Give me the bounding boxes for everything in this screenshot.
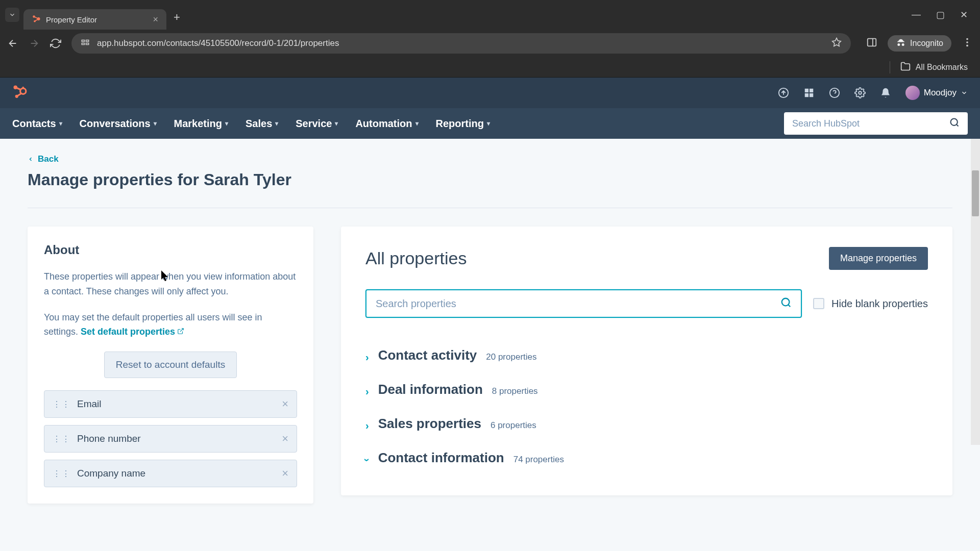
property-label: Company name: [77, 468, 282, 479]
chevron-right-icon: ›: [365, 420, 369, 432]
marketplace-icon[interactable]: [803, 87, 815, 98]
remove-property-icon[interactable]: ×: [282, 397, 288, 411]
property-group[interactable]: › Contact information 74 properties: [365, 441, 928, 475]
close-window-icon[interactable]: ✕: [960, 9, 968, 20]
property-group[interactable]: › Deal information 8 properties: [365, 372, 928, 407]
browser-tab[interactable]: Property Editor ×: [23, 9, 166, 30]
drag-handle-icon[interactable]: ⋮⋮: [53, 469, 71, 479]
user-menu[interactable]: Moodjoy: [905, 86, 968, 100]
help-icon[interactable]: [829, 87, 840, 98]
main-nav: Contacts▾ Conversations▾ Marketing▾ Sale…: [0, 108, 980, 139]
chevron-down-icon: ▾: [225, 120, 228, 127]
svg-point-23: [951, 118, 958, 125]
page-title: Manage properties for Sarah Tyler: [28, 170, 952, 189]
search-icon[interactable]: [949, 117, 960, 130]
separator: [890, 61, 890, 73]
group-name: Sales properties: [378, 416, 481, 432]
notifications-icon[interactable]: [880, 87, 891, 98]
svg-marker-7: [832, 38, 841, 46]
nav-conversations[interactable]: Conversations▾: [80, 118, 157, 130]
app-header: Moodjoy: [0, 78, 980, 108]
nav-marketing[interactable]: Marketing▾: [174, 118, 228, 130]
nav-reporting[interactable]: Reporting▾: [436, 118, 490, 130]
settings-icon[interactable]: [854, 87, 866, 98]
back-icon[interactable]: [7, 38, 18, 49]
nav-automation[interactable]: Automation▾: [355, 118, 418, 130]
incognito-label: Incognito: [910, 39, 943, 48]
search-icon[interactable]: [780, 297, 792, 310]
global-search[interactable]: Search HubSpot: [784, 112, 968, 135]
group-name: Deal information: [378, 382, 483, 397]
property-group[interactable]: › Sales properties 6 properties: [365, 407, 928, 441]
search-properties-input[interactable]: [376, 298, 780, 310]
back-label: Back: [38, 154, 59, 164]
maximize-icon[interactable]: ▢: [936, 9, 945, 20]
svg-rect-8: [868, 39, 876, 46]
svg-line-26: [788, 305, 790, 307]
property-group[interactable]: › Contact activity 20 properties: [365, 338, 928, 372]
svg-point-10: [966, 38, 968, 40]
site-settings-icon[interactable]: [81, 38, 90, 49]
property-item[interactable]: ⋮⋮ Phone number ×: [44, 425, 297, 453]
side-panel-icon[interactable]: [866, 37, 877, 50]
incognito-indicator[interactable]: Incognito: [888, 35, 951, 52]
group-count: 8 properties: [492, 386, 538, 396]
hide-blank-checkbox[interactable]: Hide blank properties: [813, 298, 928, 310]
group-count: 20 properties: [486, 352, 536, 362]
tab-search-button[interactable]: [5, 8, 19, 22]
chevron-right-icon: ›: [365, 352, 369, 363]
upgrade-icon[interactable]: [778, 87, 789, 98]
about-heading: About: [44, 243, 297, 257]
chevron-down-icon: ▾: [275, 120, 278, 127]
hubspot-logo-icon[interactable]: [12, 84, 28, 102]
minimize-icon[interactable]: —: [912, 9, 921, 20]
nav-sales[interactable]: Sales▾: [246, 118, 278, 130]
reload-icon[interactable]: [50, 38, 61, 49]
drag-handle-icon[interactable]: ⋮⋮: [53, 434, 71, 444]
all-properties-title: All properties: [365, 248, 467, 268]
chevron-right-icon: ›: [365, 386, 369, 397]
svg-point-25: [782, 298, 790, 306]
new-tab-button[interactable]: +: [174, 11, 180, 24]
bookmark-star-icon[interactable]: [831, 37, 842, 50]
property-label: Email: [77, 398, 282, 410]
all-bookmarks-link[interactable]: All Bookmarks: [916, 63, 968, 72]
search-placeholder: Search HubSpot: [792, 118, 860, 129]
back-link[interactable]: Back: [28, 154, 59, 164]
folder-icon[interactable]: [900, 61, 911, 73]
forward-icon: [29, 38, 40, 49]
browser-tab-strip: Property Editor × + — ▢ ✕: [0, 0, 980, 30]
external-link-icon: [177, 327, 184, 337]
drag-handle-icon[interactable]: ⋮⋮: [53, 399, 71, 409]
svg-line-24: [957, 124, 959, 126]
chevron-down-icon: ▾: [415, 120, 419, 127]
set-default-properties-link[interactable]: Set default properties: [81, 327, 184, 337]
tab-title: Property Editor: [46, 15, 97, 24]
remove-property-icon[interactable]: ×: [282, 432, 288, 445]
manage-properties-button[interactable]: Manage properties: [829, 247, 928, 270]
address-bar[interactable]: app.hubspot.com/contacts/45105500/record…: [71, 33, 851, 54]
divider: [28, 208, 952, 208]
svg-rect-17: [804, 89, 808, 92]
scrollbar-thumb[interactable]: [972, 170, 979, 216]
about-paragraph-2: You may set the default properties all u…: [44, 310, 297, 340]
chevron-down-icon: ▾: [487, 120, 490, 127]
checkbox-icon[interactable]: [813, 298, 824, 309]
nav-contacts[interactable]: Contacts▾: [12, 118, 62, 130]
browser-menu-icon[interactable]: [962, 37, 973, 50]
username: Moodjoy: [924, 88, 957, 98]
property-item[interactable]: ⋮⋮ Company name ×: [44, 460, 297, 487]
property-item[interactable]: ⋮⋮ Email ×: [44, 390, 297, 418]
remove-property-icon[interactable]: ×: [282, 467, 288, 480]
all-properties-card: All properties Manage properties Hide bl…: [341, 227, 952, 495]
url-bar-row: app.hubspot.com/contacts/45105500/record…: [0, 30, 980, 57]
nav-service[interactable]: Service▾: [296, 118, 338, 130]
svg-rect-6: [86, 43, 89, 44]
window-controls: — ▢ ✕: [912, 9, 975, 20]
about-paragraph-1: These properties will appear when you vi…: [44, 269, 297, 299]
search-properties-input-wrapper[interactable]: [365, 289, 802, 318]
reset-defaults-button[interactable]: Reset to account defaults: [104, 352, 237, 378]
close-tab-icon[interactable]: ×: [153, 14, 158, 25]
chevron-down-icon: ▾: [59, 120, 62, 127]
svg-point-12: [966, 45, 968, 47]
